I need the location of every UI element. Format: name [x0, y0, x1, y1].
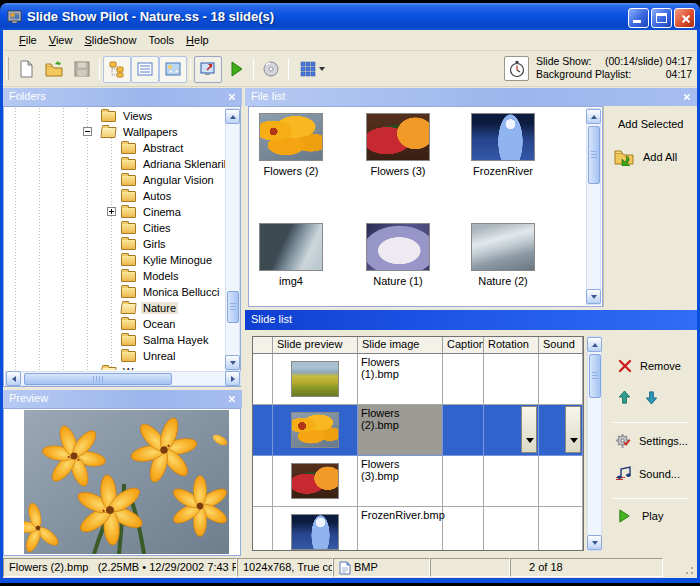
- file-label[interactable]: Nature (2): [451, 275, 555, 287]
- play-button[interactable]: Play: [617, 508, 663, 524]
- file-thumbnail-img4[interactable]: [259, 223, 323, 271]
- slide-image-cell[interactable]: Flowers (3).bmp: [358, 456, 443, 507]
- row-header-cell[interactable]: [253, 507, 273, 551]
- folder-tree[interactable]: Views Wallpapers Abstract Adriana Sklena…: [5, 108, 225, 370]
- scrollbar-thumb[interactable]: [24, 373, 172, 385]
- remove-button[interactable]: Remove: [617, 358, 681, 374]
- new-slideshow-button[interactable]: [12, 56, 40, 83]
- sound-dropdown[interactable]: [565, 406, 581, 453]
- table-row-flowers-2-selected[interactable]: Flowers (2).bmp: [253, 405, 583, 456]
- scroll-left-button[interactable]: [6, 371, 21, 386]
- file-label[interactable]: Flowers (3): [346, 165, 450, 177]
- file-thumbnail-frozenriver[interactable]: [471, 113, 535, 161]
- sound-cell[interactable]: [539, 507, 583, 551]
- scroll-down-button[interactable]: [225, 355, 240, 370]
- tree-item-nature[interactable]: Nature: [5, 300, 225, 316]
- scrollbar-thumb[interactable]: [589, 354, 601, 398]
- sound-cell[interactable]: [539, 354, 583, 405]
- slide-preview-cell[interactable]: [273, 456, 358, 507]
- title-bar[interactable]: Slide Show Pilot - Nature.ss - 18 slide(…: [0, 3, 700, 30]
- rotation-cell[interactable]: [484, 405, 539, 456]
- file-thumbnail-nature-2[interactable]: [471, 223, 535, 271]
- column-header-sound[interactable]: Sound: [539, 337, 583, 354]
- rotation-cell[interactable]: [484, 456, 539, 507]
- move-up-button[interactable]: [617, 390, 632, 405]
- column-header-caption[interactable]: Caption: [443, 337, 484, 354]
- menu-tools[interactable]: Tools: [142, 32, 180, 48]
- menu-view[interactable]: View: [43, 32, 79, 48]
- preview-close-button[interactable]: [225, 392, 239, 406]
- tree-item-adriana-sklenarik[interactable]: Adriana Sklenarik: [5, 156, 225, 172]
- tree-item-unreal[interactable]: Unreal: [5, 348, 225, 364]
- maximize-button[interactable]: [651, 8, 672, 28]
- column-header-rotation[interactable]: Rotation: [484, 337, 539, 354]
- thumbnail-size-button[interactable]: [292, 56, 332, 83]
- caption-cell[interactable]: [443, 507, 484, 551]
- column-header-slide-image[interactable]: Slide image: [358, 337, 443, 354]
- tree-item-cities[interactable]: Cities: [5, 220, 225, 236]
- move-down-button[interactable]: [644, 390, 659, 405]
- slide-preview-cell[interactable]: [273, 405, 358, 456]
- tree-item-girls[interactable]: Girls: [5, 236, 225, 252]
- tree-item-ocean[interactable]: Ocean: [5, 316, 225, 332]
- tree-item-models[interactable]: Models: [5, 268, 225, 284]
- open-slideshow-button[interactable]: [40, 56, 68, 83]
- tree-item-autos[interactable]: Autos: [5, 188, 225, 204]
- scroll-right-button[interactable]: [225, 371, 240, 386]
- tree-item-angular-vision[interactable]: Angular Vision: [5, 172, 225, 188]
- row-header-cell[interactable]: [253, 405, 273, 456]
- minimize-button[interactable]: [628, 8, 649, 28]
- caption-cell[interactable]: [443, 456, 484, 507]
- menu-slideshow[interactable]: SlideShow: [78, 32, 142, 48]
- scroll-up-button[interactable]: [586, 109, 601, 124]
- slide-preview-cell[interactable]: [273, 507, 358, 551]
- column-header-rowmark[interactable]: [253, 337, 273, 354]
- caption-cell[interactable]: [443, 405, 484, 456]
- file-list-vertical-scrollbar[interactable]: [586, 108, 601, 305]
- tree-item-monica-bellucci[interactable]: Monica Bellucci: [5, 284, 225, 300]
- add-selected-button[interactable]: Add Selected: [618, 118, 683, 130]
- file-list-close-button[interactable]: [680, 90, 694, 104]
- sound-cell[interactable]: [539, 456, 583, 507]
- file-thumbnail-flowers-3[interactable]: [366, 113, 430, 161]
- save-button[interactable]: [68, 56, 96, 83]
- slide-image-cell[interactable]: Flowers (2).bmp: [358, 405, 443, 456]
- scroll-down-button[interactable]: [586, 289, 601, 304]
- table-row-flowers-1[interactable]: Flowers (1).bmp: [253, 354, 583, 405]
- close-button[interactable]: [674, 8, 695, 28]
- add-all-button[interactable]: Add All: [614, 148, 677, 166]
- file-label[interactable]: Flowers (2): [239, 165, 343, 177]
- tree-item-salma-hayek[interactable]: Salma Hayek: [5, 332, 225, 348]
- table-row-flowers-3[interactable]: Flowers (3).bmp: [253, 456, 583, 507]
- file-label[interactable]: img4: [239, 275, 343, 287]
- rotation-cell[interactable]: [484, 354, 539, 405]
- file-thumbnail-flowers-2[interactable]: [259, 113, 323, 161]
- slide-image-cell[interactable]: FrozenRiver.bmp: [358, 507, 443, 551]
- tree-item-partial[interactable]: Wa: [5, 364, 225, 370]
- fullscreen-button[interactable]: [194, 56, 222, 83]
- toggle-folders-view-button[interactable]: [103, 56, 131, 83]
- rotation-cell[interactable]: [484, 507, 539, 551]
- scrollbar-thumb[interactable]: [588, 126, 600, 184]
- collapse-icon[interactable]: [83, 127, 92, 136]
- menu-file[interactable]: File: [13, 32, 43, 48]
- tree-item-cinema[interactable]: Cinema: [5, 204, 225, 220]
- file-label[interactable]: Nature (1): [346, 275, 450, 287]
- resize-grip[interactable]: [682, 563, 695, 576]
- sound-cell[interactable]: [539, 405, 583, 456]
- slide-image-cell[interactable]: Flowers (1).bmp: [358, 354, 443, 405]
- rotation-dropdown[interactable]: [521, 406, 537, 453]
- play-slideshow-button[interactable]: [222, 56, 250, 83]
- scroll-up-button[interactable]: [587, 337, 602, 352]
- settings-button[interactable]: Settings...: [615, 432, 688, 450]
- scroll-down-button[interactable]: [587, 535, 602, 550]
- caption-cell[interactable]: [443, 354, 484, 405]
- row-header-cell[interactable]: [253, 354, 273, 405]
- row-header-cell[interactable]: [253, 456, 273, 507]
- slide-list-vertical-scrollbar[interactable]: [587, 336, 602, 551]
- folders-horizontal-scrollbar[interactable]: [5, 371, 241, 386]
- file-thumbnail-nature-1[interactable]: [366, 223, 430, 271]
- toolbar-grip[interactable]: [6, 57, 9, 80]
- sound-button[interactable]: Sound...: [615, 466, 680, 482]
- expand-icon[interactable]: [107, 207, 116, 216]
